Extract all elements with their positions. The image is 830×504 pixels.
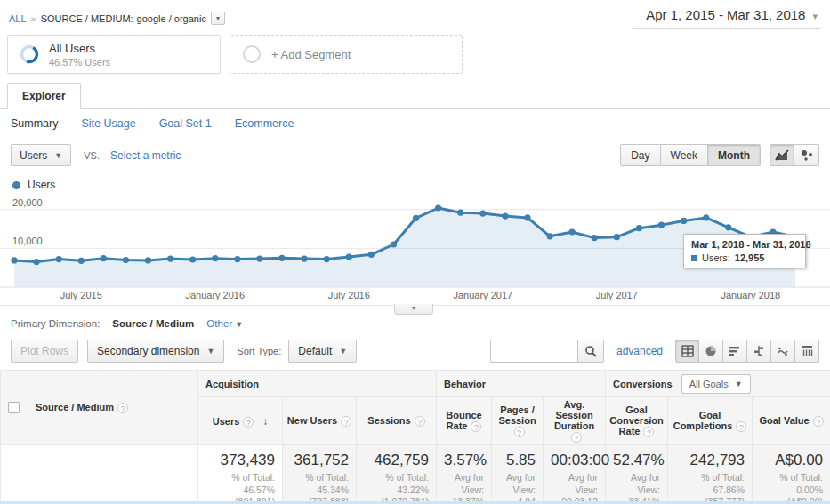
graph-toolbar: Users ▼ VS. Select a metric Day Week Mon… <box>0 135 830 170</box>
subnav-ecommerce[interactable]: Ecommerce <box>235 117 294 130</box>
breadcrumb-all-link[interactable]: ALL <box>9 13 27 24</box>
svg-text:January 2018: January 2018 <box>721 290 780 300</box>
sort-type-label: Sort Type: <box>237 346 281 356</box>
sort-descending-icon: ↓ <box>262 415 268 428</box>
add-segment-circle-icon <box>243 45 261 63</box>
add-segment-button[interactable]: + Add Segment <box>230 35 463 74</box>
table-controls: Plot Rows Secondary dimension ▼ Sort Typ… <box>0 336 830 370</box>
metric-select-value: Users <box>20 149 47 162</box>
summary-pages-session: 5.85Avg for View: 4.94 (18.31%) <box>492 445 544 504</box>
data-table-icon <box>681 345 694 357</box>
summary-new-users: 361,752% of Total: 45.34% (797,888) <box>283 445 357 504</box>
collapse-chart-button[interactable]: ▼ <box>394 304 433 315</box>
secondary-dimension-label: Secondary dimension <box>97 345 199 357</box>
subnav-summary[interactable]: Summary <box>11 117 58 130</box>
search-button[interactable] <box>577 340 604 363</box>
help-icon[interactable]: ? <box>643 427 654 437</box>
chart-tooltip: Mar 1, 2018 - Mar 31, 2018 Users: 12,955 <box>683 234 806 268</box>
granularity-day-button[interactable]: Day <box>620 144 660 166</box>
help-icon[interactable]: ? <box>813 416 824 427</box>
column-header-new-users[interactable]: New Users? <box>283 397 357 445</box>
advanced-search-link[interactable]: advanced <box>616 345 663 357</box>
column-header-pages-session[interactable]: Pages / Session? <box>492 397 544 445</box>
svg-text:January 2017: January 2017 <box>453 290 512 300</box>
line-chart-button[interactable] <box>770 144 794 166</box>
plot-rows-button[interactable]: Plot Rows <box>11 340 78 363</box>
summary-avg-session-duration: 00:03:00Avg for View: 00:03:12 (-6.52%) <box>544 445 606 504</box>
svg-text:July 2017: July 2017 <box>596 290 638 300</box>
pivot-table-icon <box>801 345 813 357</box>
pivot-view-button[interactable] <box>795 340 819 363</box>
help-icon[interactable]: ? <box>243 417 254 428</box>
chevron-down-icon: ▼ <box>54 151 62 160</box>
tooltip-series-value: 12,955 <box>735 252 765 263</box>
dimension-header-label: Source / Medium <box>36 402 114 412</box>
chart-collapse-divider: ▼ <box>0 305 830 306</box>
group-header-acquisition: Acquisition <box>198 371 437 397</box>
select-all-checkbox[interactable] <box>8 402 20 413</box>
segment-all-users[interactable]: All Users 46.57% Users <box>7 35 221 74</box>
motion-chart-button[interactable] <box>794 144 819 166</box>
metric-select[interactable]: Users ▼ <box>11 144 71 166</box>
date-range-text: Apr 1, 2015 - Mar 31, 2018 <box>646 7 805 22</box>
help-icon[interactable]: ? <box>341 416 351 427</box>
granularity-week-button[interactable]: Week <box>661 144 708 166</box>
chevron-down-icon: ▼ <box>735 380 743 388</box>
summary-goal-value: A$0.00% of Total: 0.00% (A$0.00) <box>753 445 830 504</box>
all-goals-select[interactable]: All Goals ▼ <box>681 374 751 394</box>
svg-text:January 2016: January 2016 <box>185 290 245 300</box>
breadcrumb-dropdown-icon[interactable]: ▾ <box>211 12 225 25</box>
subnav-site-usage[interactable]: Site Usage <box>81 117 135 130</box>
comparison-view-button[interactable] <box>747 340 771 363</box>
help-icon[interactable]: ? <box>736 421 746 432</box>
segment-title: All Users <box>49 42 110 55</box>
summary-sessions: 462,759% of Total: 43.22% (1,070,761) <box>357 445 437 504</box>
primary-dimension-selected[interactable]: Source / Medium <box>112 318 194 329</box>
granularity-month-button[interactable]: Month <box>708 144 761 166</box>
term-cloud-view-button[interactable] <box>771 340 795 363</box>
column-header-users[interactable]: Users?↓ <box>198 397 283 445</box>
performance-view-button[interactable] <box>723 340 747 363</box>
column-header-goal-completions[interactable]: Goal Completions? <box>668 397 753 445</box>
secondary-dimension-button[interactable]: Secondary dimension ▼ <box>87 340 224 363</box>
column-header-sessions[interactable]: Sessions? <box>357 397 437 445</box>
chart-legend: Users <box>0 170 830 195</box>
column-header-bounce-rate[interactable]: Bounce Rate? <box>437 397 492 445</box>
segments-bar: All Users 46.57% Users + Add Segment <box>0 33 830 76</box>
summary-row: 373,439% of Total: 46.57% (801,891) 361,… <box>1 445 830 504</box>
sort-type-select[interactable]: Default ▼ <box>288 340 357 363</box>
help-icon[interactable]: ? <box>415 416 425 427</box>
summary-users: 373,439% of Total: 46.57% (801,891) <box>198 445 283 504</box>
chevron-down-icon: ▼ <box>206 347 214 356</box>
breadcrumb: ALL » SOURCE / MEDIUM: google / organic … <box>0 0 830 33</box>
chevron-down-icon: ▾ <box>812 11 818 21</box>
help-icon[interactable]: ? <box>117 403 128 413</box>
help-icon[interactable]: ? <box>471 421 481 432</box>
help-icon[interactable]: ? <box>571 432 582 443</box>
table-view-button[interactable] <box>675 340 699 363</box>
segment-subtitle: 46.57% Users <box>49 57 110 68</box>
sort-type-value: Default <box>298 345 332 357</box>
summary-empty-cell <box>1 445 198 504</box>
date-range-selector[interactable]: Apr 1, 2015 - Mar 31, 2018▾ <box>633 7 821 29</box>
primary-dimension-other[interactable]: Other ▼ <box>206 318 243 329</box>
dimension-column-header[interactable]: Source / Medium? <box>36 402 128 413</box>
column-header-avg-session-duration[interactable]: Avg. Session Duration? <box>544 397 606 445</box>
column-header-goal-value[interactable]: Goal Value? <box>753 397 830 445</box>
tab-explorer[interactable]: Explorer <box>7 83 81 109</box>
comparison-bars-icon <box>753 345 765 357</box>
subnav-goal-set-1[interactable]: Goal Set 1 <box>159 117 212 130</box>
chart-type-buttons <box>770 144 819 166</box>
svg-text:20,000: 20,000 <box>12 197 43 208</box>
breadcrumb-dimension-value: google / organic <box>137 13 206 24</box>
table-view-buttons <box>675 340 819 363</box>
primary-dimension-label: Primary Dimension: <box>11 318 100 329</box>
percentage-view-button[interactable] <box>699 340 723 363</box>
help-icon[interactable]: ? <box>514 427 525 437</box>
search-input[interactable] <box>490 340 577 363</box>
chevron-down-icon: ▼ <box>235 320 243 329</box>
search-icon <box>584 345 597 357</box>
column-header-goal-conversion-rate[interactable]: Goal Conversion Rate? <box>606 397 668 445</box>
select-a-metric-link[interactable]: Select a metric <box>110 149 181 162</box>
add-segment-label: + Add Segment <box>271 48 351 61</box>
